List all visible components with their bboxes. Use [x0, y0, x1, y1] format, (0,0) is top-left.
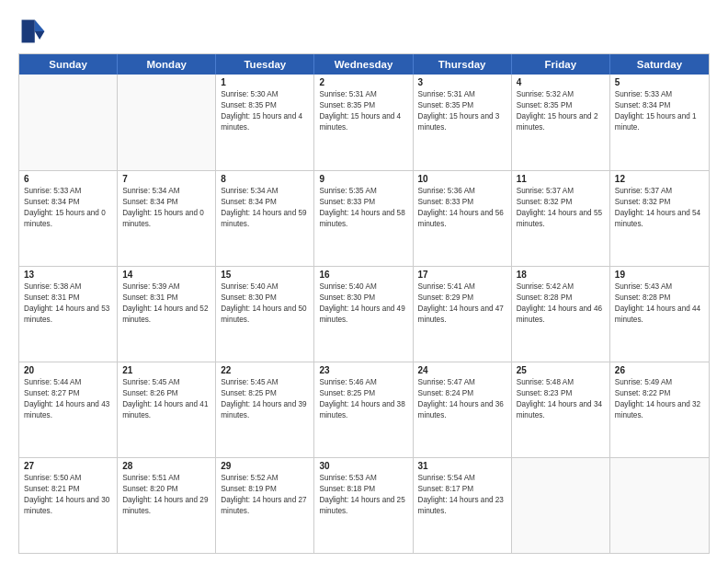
cell-info: Sunset: 8:35 PM [517, 100, 605, 111]
cell-info: Sunset: 8:18 PM [319, 484, 407, 495]
calendar-cell: 30Sunrise: 5:53 AMSunset: 8:18 PMDayligh… [314, 458, 413, 553]
cell-info: Daylight: 15 hours and 2 minutes. [517, 111, 605, 133]
day-number: 2 [319, 77, 407, 87]
cell-info: Sunrise: 5:33 AM [24, 186, 112, 197]
day-number: 21 [122, 365, 210, 375]
day-number: 7 [122, 174, 210, 184]
calendar-cell: 29Sunrise: 5:52 AMSunset: 8:19 PMDayligh… [216, 458, 314, 553]
calendar-cell: 9Sunrise: 5:35 AMSunset: 8:33 PMDaylight… [314, 171, 413, 266]
day-number: 15 [221, 270, 309, 280]
day-number: 8 [221, 174, 309, 184]
cell-info: Daylight: 14 hours and 44 minutes. [615, 304, 704, 326]
calendar-cell: 23Sunrise: 5:46 AMSunset: 8:25 PMDayligh… [314, 362, 413, 457]
calendar-row-5: 27Sunrise: 5:50 AMSunset: 8:21 PMDayligh… [19, 457, 709, 553]
day-number: 17 [418, 270, 506, 280]
header [18, 17, 710, 46]
cell-info: Daylight: 15 hours and 1 minute. [615, 111, 704, 133]
cell-info: Sunrise: 5:40 AM [221, 282, 309, 293]
calendar-cell: 18Sunrise: 5:42 AMSunset: 8:28 PMDayligh… [512, 267, 610, 362]
header-day-thursday: Thursday [414, 54, 512, 75]
cell-info: Sunrise: 5:34 AM [221, 186, 309, 197]
cell-info: Sunrise: 5:37 AM [615, 186, 704, 197]
cell-info: Daylight: 14 hours and 58 minutes. [319, 208, 407, 230]
day-number: 30 [319, 461, 407, 471]
day-number: 22 [221, 365, 309, 375]
cell-info: Sunrise: 5:35 AM [319, 186, 407, 197]
calendar-cell [19, 75, 118, 170]
header-day-friday: Friday [512, 54, 610, 75]
cell-info: Sunset: 8:32 PM [517, 197, 605, 208]
cell-info: Sunset: 8:34 PM [221, 197, 309, 208]
cell-info: Daylight: 14 hours and 30 minutes. [24, 495, 112, 517]
calendar-cell: 11Sunrise: 5:37 AMSunset: 8:32 PMDayligh… [512, 171, 610, 266]
day-number: 24 [418, 365, 506, 375]
cell-info: Sunrise: 5:37 AM [517, 186, 605, 197]
day-number: 29 [221, 461, 309, 471]
cell-info: Sunrise: 5:33 AM [615, 89, 704, 100]
cell-info: Sunset: 8:32 PM [615, 197, 704, 208]
logo [18, 17, 51, 46]
cell-info: Sunrise: 5:53 AM [319, 473, 407, 484]
cell-info: Sunset: 8:22 PM [615, 388, 704, 399]
cell-info: Daylight: 14 hours and 34 minutes. [517, 399, 605, 421]
cell-info: Sunrise: 5:45 AM [221, 377, 309, 388]
cell-info: Sunset: 8:26 PM [122, 388, 210, 399]
cell-info: Sunrise: 5:47 AM [418, 377, 506, 388]
day-number: 10 [418, 174, 506, 184]
cell-info: Daylight: 15 hours and 4 minutes. [319, 111, 407, 133]
svg-marker-0 [35, 20, 45, 31]
cell-info: Sunset: 8:34 PM [24, 197, 112, 208]
header-day-monday: Monday [118, 54, 216, 75]
day-number: 3 [418, 77, 506, 87]
cell-info: Daylight: 14 hours and 46 minutes. [517, 304, 605, 326]
header-day-wednesday: Wednesday [314, 54, 413, 75]
cell-info: Sunset: 8:17 PM [418, 484, 506, 495]
day-number: 19 [615, 270, 704, 280]
cell-info: Daylight: 15 hours and 4 minutes. [221, 111, 309, 133]
calendar-cell: 5Sunrise: 5:33 AMSunset: 8:34 PMDaylight… [610, 75, 709, 170]
cell-info: Daylight: 14 hours and 47 minutes. [418, 304, 506, 326]
calendar-cell: 16Sunrise: 5:40 AMSunset: 8:30 PMDayligh… [314, 267, 413, 362]
day-number: 23 [319, 365, 407, 375]
calendar-cell: 15Sunrise: 5:40 AMSunset: 8:30 PMDayligh… [216, 267, 314, 362]
calendar-cell [610, 458, 709, 553]
cell-info: Daylight: 14 hours and 27 minutes. [221, 495, 309, 517]
calendar-row-4: 20Sunrise: 5:44 AMSunset: 8:27 PMDayligh… [19, 362, 709, 457]
cell-info: Sunrise: 5:38 AM [24, 282, 112, 293]
cell-info: Sunrise: 5:41 AM [418, 282, 506, 293]
calendar-cell: 1Sunrise: 5:30 AMSunset: 8:35 PMDaylight… [216, 75, 314, 170]
cell-info: Sunrise: 5:50 AM [24, 473, 112, 484]
cell-info: Sunrise: 5:36 AM [418, 186, 506, 197]
cell-info: Sunset: 8:23 PM [517, 388, 605, 399]
cell-info: Sunrise: 5:30 AM [221, 89, 309, 100]
calendar-row-3: 13Sunrise: 5:38 AMSunset: 8:31 PMDayligh… [19, 266, 709, 362]
cell-info: Sunrise: 5:31 AM [319, 89, 407, 100]
cell-info: Sunset: 8:28 PM [615, 293, 704, 304]
calendar: SundayMondayTuesdayWednesdayThursdayFrid… [18, 53, 710, 554]
calendar-cell: 22Sunrise: 5:45 AMSunset: 8:25 PMDayligh… [216, 362, 314, 457]
calendar-cell: 13Sunrise: 5:38 AMSunset: 8:31 PMDayligh… [19, 267, 118, 362]
cell-info: Daylight: 15 hours and 3 minutes. [418, 111, 506, 133]
cell-info: Daylight: 14 hours and 54 minutes. [615, 208, 704, 230]
calendar-row-1: 1Sunrise: 5:30 AMSunset: 8:35 PMDaylight… [19, 75, 709, 170]
header-day-saturday: Saturday [610, 54, 709, 75]
calendar-cell: 31Sunrise: 5:54 AMSunset: 8:17 PMDayligh… [414, 458, 512, 553]
cell-info: Sunset: 8:19 PM [221, 484, 309, 495]
cell-info: Daylight: 15 hours and 0 minutes. [122, 208, 210, 230]
cell-info: Sunset: 8:34 PM [615, 100, 704, 111]
cell-info: Sunset: 8:31 PM [24, 293, 112, 304]
cell-info: Daylight: 14 hours and 49 minutes. [319, 304, 407, 326]
calendar-body: 1Sunrise: 5:30 AMSunset: 8:35 PMDaylight… [19, 75, 709, 553]
day-number: 9 [319, 174, 407, 184]
day-number: 11 [517, 174, 605, 184]
day-number: 16 [319, 270, 407, 280]
cell-info: Sunset: 8:25 PM [221, 388, 309, 399]
calendar-cell: 10Sunrise: 5:36 AMSunset: 8:33 PMDayligh… [414, 171, 512, 266]
header-day-tuesday: Tuesday [216, 54, 314, 75]
calendar-cell: 12Sunrise: 5:37 AMSunset: 8:32 PMDayligh… [610, 171, 709, 266]
day-number: 6 [24, 174, 112, 184]
cell-info: Sunrise: 5:46 AM [319, 377, 407, 388]
cell-info: Sunset: 8:35 PM [221, 100, 309, 111]
day-number: 26 [615, 365, 704, 375]
day-number: 1 [221, 77, 309, 87]
